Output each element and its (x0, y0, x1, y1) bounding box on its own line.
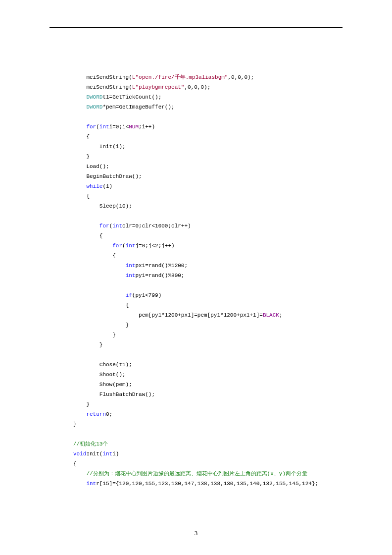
string-literal: "open./fire/千年.mp3aliasbgm" (135, 74, 228, 80)
code-line: } (73, 154, 90, 160)
code-text: Load(); (86, 164, 109, 169)
code-text: i) (112, 451, 119, 457)
code-line: { (73, 233, 102, 239)
code-line: for(intclr=0;clr<1000;clr++) (73, 223, 191, 229)
brace: { (126, 302, 129, 308)
code-text: (1) (102, 183, 112, 189)
code-line: mciSendString(L"open./fire/千年.mp3aliasbg… (73, 74, 254, 80)
brace: } (86, 401, 90, 407)
code-text: ; (279, 312, 283, 318)
brace: } (126, 322, 129, 328)
code-text: (py1<799) (132, 292, 161, 298)
code-text: 0; (106, 411, 112, 417)
keyword: int (102, 451, 112, 457)
code-text: BeginBatchDraw(); (86, 173, 142, 179)
document-page: mciSendString(L"open./fire/千年.mp3aliasbg… (0, 0, 392, 555)
code-line: intpy1=rand()%800; (73, 273, 184, 278)
brace: } (73, 421, 77, 427)
code-text: py1=rand()%800; (135, 273, 184, 278)
code-line: //分别为：烟花中心到图片边缘的最远距离、烟花中心到图片左上角的距离(x、y)两… (73, 471, 307, 477)
brace: } (112, 332, 116, 338)
comment: //分别为：烟花中心到图片边缘的最远距离、烟花中心到图片左上角的距离(x、y)两… (86, 471, 307, 477)
code-line: Init(i); (73, 144, 126, 150)
code-line: DWORDt1=GetTickCount(); (73, 94, 161, 100)
comment: //初始化13个 (73, 441, 108, 447)
code-text: clr=0;clr<1000;clr++) (122, 223, 191, 229)
code-line: { (73, 193, 90, 199)
code-line: intr[15]={120,120,155,123,130,147,138,13… (73, 481, 318, 487)
keyword: int (112, 223, 122, 229)
keyword: int (126, 263, 136, 269)
code-line: } (73, 421, 77, 427)
keyword: if (126, 292, 132, 298)
code-line: intpx1=rand()%1200; (73, 263, 188, 269)
code-text: Show(pem); (99, 382, 132, 388)
code-line: Shoot(); (73, 372, 126, 378)
page-number: 3 (0, 529, 392, 537)
keyword: int (126, 243, 136, 249)
code-text: Init( (86, 451, 102, 457)
code-line: } (73, 332, 116, 338)
code-line: Sleep(10); (73, 203, 132, 209)
code-text: *pem=GetImageBuffer(); (102, 104, 174, 110)
code-line: Chose(t1); (73, 362, 132, 368)
code-line: { (73, 134, 90, 140)
code-text: Chose(t1); (99, 362, 132, 368)
keyword: int (126, 273, 136, 278)
keyword: for (86, 124, 96, 130)
keyword: return (86, 411, 106, 417)
code-line: voidInit(inti) (73, 451, 119, 457)
code-text: j=0;j<2;j++) (135, 243, 174, 249)
code-line: return0; (73, 411, 112, 417)
code-text: ,0,0,0); (228, 74, 254, 80)
code-text: i=0;i< (109, 124, 129, 130)
code-line: } (73, 342, 102, 348)
code-line: } (73, 401, 90, 407)
code-line: //初始化13个 (73, 441, 108, 447)
header-rule (49, 27, 343, 28)
code-text: ( (122, 243, 126, 249)
code-text: FlushBatchDraw(); (99, 391, 155, 397)
keyword: for (99, 223, 109, 229)
code-line: pem[py1*1200+px1]=pem[py1*1200+px1+1]=BL… (73, 312, 283, 318)
fn-call: mciSendString( (86, 84, 132, 90)
keyword: while (86, 183, 102, 189)
code-line: BeginBatchDraw(); (73, 173, 142, 179)
brace: { (112, 253, 116, 259)
brace: { (73, 461, 77, 467)
code-text: ;i++) (139, 124, 155, 130)
macro: NUM (129, 124, 139, 130)
code-line: for(intj=0;j<2;j++) (73, 243, 175, 249)
code-text: Init(i); (99, 144, 126, 150)
brace: { (86, 193, 90, 199)
type: DWORD (86, 94, 102, 100)
brace: { (86, 134, 90, 140)
macro: BLACK (263, 312, 279, 318)
code-line: if(py1<799) (73, 292, 161, 298)
keyword: void (73, 451, 86, 457)
code-line: mciSendString(L"playbgmrepeat",0,0,0); (73, 84, 210, 90)
code-line: DWORD*pem=GetImageBuffer(); (73, 104, 175, 110)
code-line: Show(pem); (73, 382, 132, 388)
brace: { (99, 233, 103, 239)
code-line: { (73, 302, 129, 308)
code-line: Load(); (73, 164, 109, 169)
code-line: { (73, 253, 116, 259)
type: DWORD (86, 104, 102, 110)
code-line: } (73, 322, 129, 328)
keyword: for (112, 243, 122, 249)
code-block: mciSendString(L"open./fire/千年.mp3aliasbg… (73, 62, 343, 489)
code-text: t1=GetTickCount(); (102, 94, 161, 100)
code-text: ,0,0,0); (184, 84, 210, 90)
code-text: px1=rand()%1200; (135, 263, 188, 269)
brace: } (99, 342, 103, 348)
code-text: r[15]={120,120,155,123,130,147,138,138,1… (96, 481, 318, 487)
code-text: Sleep(10); (99, 203, 132, 209)
code-text: ( (96, 124, 99, 130)
fn-call: mciSendString( (86, 74, 132, 80)
code-line: FlushBatchDraw(); (73, 391, 155, 397)
code-line: { (73, 461, 77, 467)
brace: } (86, 154, 90, 160)
keyword: int (86, 481, 96, 487)
code-text: pem[py1*1200+px1]=pem[py1*1200+px1+1]= (139, 312, 263, 318)
